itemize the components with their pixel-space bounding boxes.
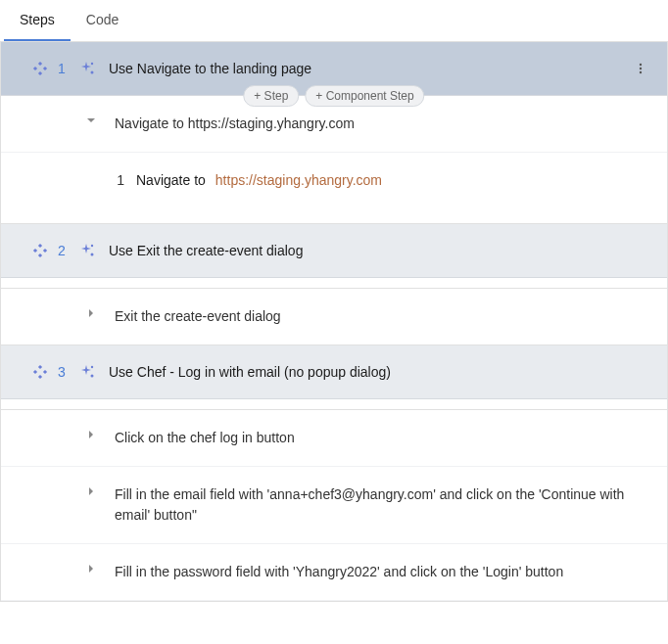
chevron-right-icon: [85, 430, 97, 439]
svg-rect-15: [38, 365, 42, 369]
action-number: 1: [105, 172, 124, 188]
svg-point-4: [91, 63, 93, 65]
substep-row[interactable]: Click on the chef log in button: [1, 409, 667, 467]
svg-rect-1: [38, 71, 42, 75]
substep-text: Navigate to https://staging.yhangry.com: [115, 114, 355, 134]
action-row[interactable]: 1 Navigate to https://staging.yhangry.co…: [1, 153, 667, 224]
step-title: Use Exit the create-event dialog: [109, 243, 303, 258]
svg-point-19: [91, 366, 93, 368]
spacer: [1, 278, 667, 288]
chevron-down-icon: [85, 115, 97, 125]
substep-row[interactable]: Fill in the password field with 'Yhangry…: [1, 544, 667, 601]
steps-content: 1 Use Navigate to the landing page + Ste…: [0, 42, 668, 602]
svg-rect-18: [43, 370, 47, 374]
substep-text: Click on the chef log in button: [115, 428, 295, 448]
svg-rect-0: [38, 62, 42, 66]
svg-point-8: [640, 71, 642, 73]
spacer: [1, 399, 667, 409]
component-icon: [32, 364, 48, 380]
svg-rect-17: [33, 370, 37, 374]
component-icon: [32, 243, 48, 258]
svg-point-13: [91, 245, 93, 247]
step-number: 1: [58, 61, 68, 76]
svg-rect-2: [33, 67, 37, 70]
tab-steps[interactable]: Steps: [4, 0, 71, 41]
add-step-pills: + Step + Component Step: [243, 85, 424, 107]
svg-rect-12: [43, 249, 47, 253]
sparkle-icon: [79, 363, 97, 381]
svg-rect-3: [43, 67, 47, 70]
action-url: https://staging.yhangry.com: [215, 172, 382, 188]
substep-text: Fill in the password field with 'Yhangry…: [115, 562, 563, 582]
tabs-bar: Steps Code: [0, 0, 668, 42]
substep-text: Fill in the email field with 'anna+chef3…: [115, 484, 651, 526]
sparkle-icon: [79, 242, 97, 259]
substep-row[interactable]: Fill in the email field with 'anna+chef3…: [1, 467, 667, 544]
chevron-right-icon: [85, 564, 97, 574]
action-label: Navigate to: [136, 172, 206, 188]
step-number: 2: [58, 243, 68, 258]
substep-text: Exit the create-event dialog: [115, 306, 281, 327]
svg-rect-16: [38, 375, 42, 379]
svg-point-20: [91, 375, 94, 378]
step-header[interactable]: 2 Use Exit the create-event dialog: [1, 224, 667, 278]
step-header[interactable]: 3 Use Chef - Log in with email (no popup…: [1, 345, 667, 399]
sparkle-icon: [79, 60, 97, 77]
svg-rect-10: [38, 253, 42, 257]
chevron-right-icon: [85, 486, 97, 496]
kebab-menu-icon[interactable]: [634, 62, 647, 75]
component-icon: [32, 61, 48, 76]
substep-row[interactable]: Exit the create-event dialog: [1, 288, 667, 345]
step-header[interactable]: 1 Use Navigate to the landing page + Ste…: [1, 42, 667, 96]
step-number: 3: [58, 364, 68, 380]
svg-point-14: [91, 253, 94, 256]
step-title: Use Navigate to the landing page: [109, 61, 311, 76]
svg-rect-9: [38, 244, 42, 248]
add-component-step-button[interactable]: + Component Step: [305, 85, 424, 107]
svg-rect-11: [33, 249, 37, 253]
svg-point-5: [91, 71, 94, 74]
chevron-right-icon: [85, 308, 97, 318]
svg-point-7: [640, 68, 642, 69]
step-title: Use Chef - Log in with email (no popup d…: [109, 364, 391, 380]
add-step-button[interactable]: + Step: [243, 85, 299, 107]
tab-code[interactable]: Code: [71, 0, 134, 41]
svg-point-6: [640, 64, 642, 66]
